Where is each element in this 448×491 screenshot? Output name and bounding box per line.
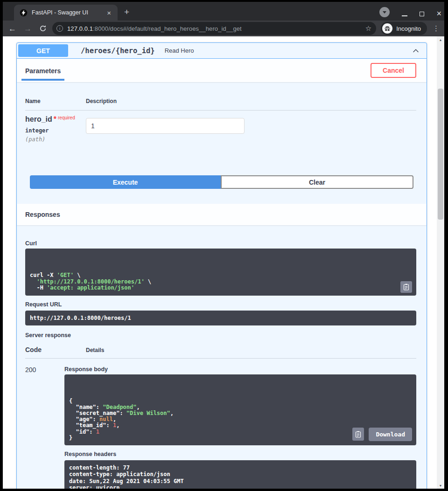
details-column-header: Details bbox=[86, 347, 104, 353]
fastapi-favicon-icon bbox=[20, 9, 28, 17]
incognito-icon bbox=[382, 23, 392, 34]
browser-window: FastAPI - Swagger UI × + × ← → i 127.0.0… bbox=[0, 0, 448, 491]
endpoint-summary: Read Hero bbox=[165, 47, 194, 54]
window-maximize-button[interactable] bbox=[420, 12, 424, 16]
browser-menu-button[interactable]: ⋮ bbox=[433, 24, 440, 33]
tab-close-icon[interactable]: × bbox=[105, 8, 113, 17]
copy-response-button[interactable] bbox=[352, 428, 364, 441]
browser-toolbar: ← → i 127.0.0.1:8000/docs#/default/read_… bbox=[3, 21, 444, 36]
url-bar[interactable]: i 127.0.0.1:8000/docs#/default/read_hero… bbox=[52, 22, 376, 35]
response-body-actions: Download bbox=[352, 428, 412, 441]
request-url-label: Request URL bbox=[25, 301, 416, 308]
browser-tab[interactable]: FastAPI - Swagger UI × bbox=[14, 5, 118, 21]
tab-parameters[interactable]: Parameters bbox=[21, 60, 64, 81]
clear-button[interactable]: Clear bbox=[221, 175, 413, 189]
incognito-label: Incognito bbox=[396, 25, 421, 32]
url-path: :8000/docs#/default/read_hero_heroes__he… bbox=[93, 25, 242, 32]
swagger-page: GET /heroes/{hero_id} Read Hero Paramete… bbox=[3, 36, 437, 489]
parameters-table-header: Name Description bbox=[25, 98, 416, 111]
response-body-block: Download { "name": "Deadpond", "secret_n… bbox=[64, 374, 416, 445]
incognito-badge: Incognito bbox=[381, 22, 427, 35]
tab-strip: FastAPI - Swagger UI × + × bbox=[3, 2, 444, 21]
response-details-cell: Response body bbox=[64, 366, 416, 489]
opblock-summary[interactable]: GET /heroes/{hero_id} Read Hero bbox=[17, 43, 427, 59]
get-method-badge: GET bbox=[18, 44, 68, 57]
scrollbar-thumb[interactable] bbox=[438, 89, 443, 220]
browser-chrome: FastAPI - Swagger UI × + × ← → i 127.0.0… bbox=[3, 2, 444, 36]
url-host: 127.0.0.1 bbox=[67, 25, 93, 32]
response-body-label: Response body bbox=[64, 366, 416, 373]
new-tab-button[interactable]: + bbox=[124, 7, 129, 17]
window-close-button[interactable]: × bbox=[436, 11, 441, 16]
browser-content: GET /heroes/{hero_id} Read Hero Paramete… bbox=[3, 36, 444, 489]
request-url-value: http://127.0.0.1:8000/heroes/1 bbox=[30, 315, 131, 321]
site-info-icon[interactable]: i bbox=[56, 25, 63, 32]
hero-id-input[interactable] bbox=[86, 118, 245, 134]
window-minimize-button[interactable] bbox=[402, 15, 407, 16]
parameter-row: hero_id*required integer (path) bbox=[25, 115, 416, 152]
tab-title: FastAPI - Swagger UI bbox=[32, 9, 105, 16]
execute-row: Execute Clear bbox=[30, 175, 413, 189]
maximize-icon bbox=[420, 12, 424, 16]
parameter-type: integer bbox=[25, 127, 86, 134]
server-response-row: 200 Response body bbox=[25, 359, 416, 489]
clipboard-icon bbox=[403, 284, 409, 290]
code-line: content-type: application/json bbox=[69, 471, 412, 477]
request-url-block: http://127.0.0.1:8000/heroes/1 bbox=[25, 311, 416, 325]
tab-search-button[interactable] bbox=[379, 7, 390, 17]
url-text: 127.0.0.1:8000/docs#/default/read_hero_h… bbox=[67, 25, 362, 32]
responses-section-header: Responses bbox=[17, 204, 427, 225]
scroll-up-arrow-icon[interactable]: ▲ bbox=[437, 36, 444, 43]
parameter-name-cell: hero_id*required integer (path) bbox=[25, 115, 86, 152]
status-code: 200 bbox=[25, 366, 64, 489]
code-line: curl -X 'GET' \ bbox=[30, 272, 412, 279]
cancel-button[interactable]: Cancel bbox=[371, 63, 416, 78]
responses-section: Curl curl -X 'GET' \ 'http://127.0.0.1:8… bbox=[17, 225, 427, 489]
code-line: 'http://127.0.0.1:8000/heroes/1' \ bbox=[30, 279, 412, 285]
parameters-tab-label: Parameters bbox=[25, 67, 61, 75]
server-response-label: Server response bbox=[25, 332, 416, 339]
required-star: * bbox=[54, 115, 56, 123]
code-line: content-length: 77 bbox=[69, 464, 412, 471]
opblock-get-read-hero: GET /heroes/{hero_id} Read Hero Paramete… bbox=[16, 42, 427, 489]
required-label: required bbox=[58, 115, 75, 120]
parameter-name: hero_id*required bbox=[25, 115, 86, 124]
curl-label: Curl bbox=[25, 240, 416, 247]
code-column-header: Code bbox=[25, 346, 86, 353]
code-line: -H 'accept: application/json' bbox=[30, 285, 412, 291]
endpoint-path: /heroes/{hero_id} bbox=[81, 47, 155, 55]
back-button[interactable]: ← bbox=[8, 25, 16, 33]
parameters-section-header: Parameters Cancel bbox=[17, 59, 427, 82]
response-headers-label: Response headers bbox=[64, 451, 416, 457]
code-line: date: Sun,22 Aug 2021 04:03:55 GMT bbox=[69, 478, 412, 484]
scroll-down-arrow-icon[interactable]: ▼ bbox=[437, 482, 444, 489]
parameters-table: Name Description hero_id*required intege… bbox=[17, 82, 427, 162]
code-line: "age": null, bbox=[69, 416, 412, 422]
download-button[interactable]: Download bbox=[369, 428, 412, 441]
page-scrollbar[interactable]: ▲ ▼ bbox=[437, 36, 444, 489]
caret-down-icon bbox=[383, 11, 386, 14]
response-headers-block: content-length: 77content-type: applicat… bbox=[64, 460, 416, 489]
curl-command-block: curl -X 'GET' \ 'http://127.0.0.1:8000/h… bbox=[25, 249, 416, 296]
name-column-header: Name bbox=[25, 98, 86, 104]
code-line: server: uvicorn bbox=[69, 484, 412, 489]
parameter-location: (path) bbox=[25, 136, 86, 143]
collapse-chevron-up-icon[interactable] bbox=[412, 47, 420, 55]
code-line: "secret_name": "Dive Wilson", bbox=[69, 410, 412, 416]
minimize-icon bbox=[402, 15, 407, 16]
server-response-table-header: Code Details bbox=[25, 346, 416, 359]
forward-button[interactable]: → bbox=[24, 25, 32, 33]
clipboard-icon bbox=[355, 431, 361, 438]
description-column-header: Description bbox=[86, 98, 117, 104]
reload-button[interactable] bbox=[39, 25, 47, 32]
copy-curl-button[interactable] bbox=[400, 281, 412, 293]
parameter-value-cell bbox=[86, 115, 416, 152]
execute-button[interactable]: Execute bbox=[30, 175, 221, 189]
responses-title: Responses bbox=[25, 211, 60, 218]
bookmark-star-icon[interactable]: ☆ bbox=[365, 24, 371, 33]
reload-icon bbox=[39, 25, 47, 32]
